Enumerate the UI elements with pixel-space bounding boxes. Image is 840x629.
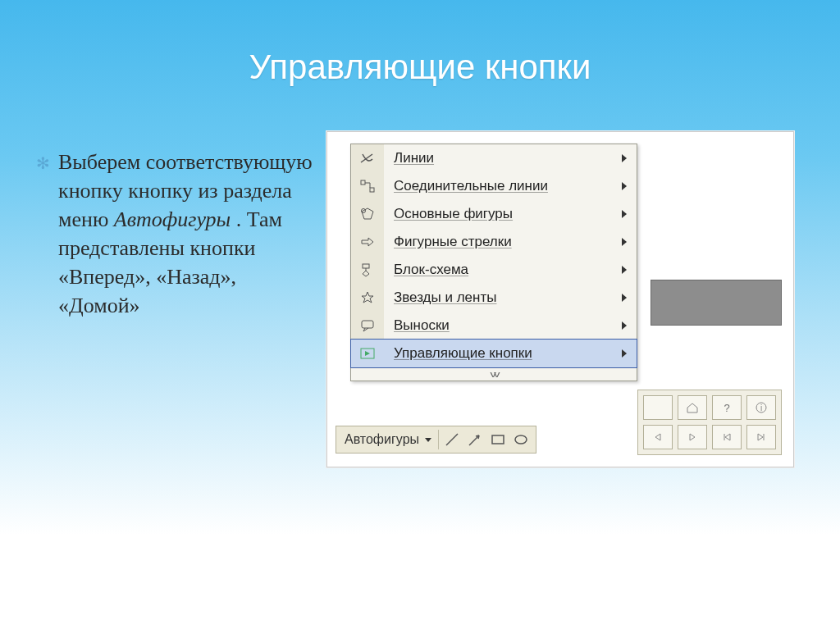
- action-button-blank[interactable]: [643, 395, 673, 420]
- menu-label: Соединительные линии: [384, 178, 622, 194]
- menu-label: Звезды и ленты: [384, 289, 622, 306]
- connectors-icon: [358, 177, 377, 195]
- chevron-right-icon: [622, 294, 627, 302]
- svg-rect-4: [362, 321, 373, 328]
- caret-down-icon: [425, 438, 431, 442]
- chevron-down-icon: vv: [491, 370, 498, 379]
- menu-item-block-arrows[interactable]: Фигурные стрелки: [351, 228, 637, 256]
- body-text: ✻ Выберем соответствующую кнопку кнопку …: [0, 131, 324, 321]
- menu-item-basic-shapes[interactable]: Основные фигуры: [351, 200, 637, 228]
- autoshapes-label: Автофигуры: [345, 432, 419, 447]
- slide-thumbnail: [651, 280, 782, 326]
- flowchart-icon: [358, 261, 377, 279]
- stars-icon: [358, 289, 377, 307]
- arrow-tool-icon[interactable]: [463, 429, 486, 450]
- action-button-home[interactable]: [678, 395, 707, 420]
- chevron-right-icon: [622, 321, 627, 330]
- menu-item-callouts[interactable]: Выноски: [351, 312, 637, 340]
- oval-tool-icon[interactable]: [509, 429, 532, 450]
- action-buttons-palette: ? i: [637, 390, 782, 455]
- action-button-forward[interactable]: [678, 425, 707, 449]
- svg-rect-6: [492, 435, 504, 444]
- chevron-right-icon: [622, 154, 627, 162]
- menu-item-action-buttons[interactable]: Управляющие кнопки: [350, 339, 637, 368]
- action-button-start[interactable]: [712, 425, 742, 449]
- slide: Управляющие кнопки ✻ Выберем соответству…: [0, 0, 840, 629]
- separator: [438, 430, 439, 449]
- slide-title: Управляющие кнопки: [0, 0, 840, 87]
- chevron-right-icon: [622, 182, 627, 190]
- callouts-icon: [358, 317, 377, 335]
- action-button-info[interactable]: i: [746, 395, 776, 420]
- menu-item-connectors[interactable]: Соединительные линии: [351, 172, 637, 200]
- action-button-help[interactable]: ?: [712, 395, 742, 420]
- menu-label: Линии: [384, 150, 622, 166]
- chevron-right-icon: [622, 266, 627, 274]
- bullet-icon: ✻: [36, 153, 50, 175]
- autoshapes-dropdown[interactable]: Автофигуры: [340, 431, 436, 449]
- menu-expand[interactable]: vv: [351, 367, 637, 381]
- menu-label: Блок-схема: [384, 262, 622, 278]
- menu-label: Выноски: [384, 317, 622, 334]
- menu-item-stars[interactable]: Звезды и ленты: [351, 284, 637, 312]
- menu-label: Основные фигуры: [384, 206, 622, 222]
- svg-rect-0: [361, 180, 365, 185]
- svg-rect-1: [370, 188, 374, 192]
- svg-point-7: [515, 435, 527, 444]
- body-paragraph: Выберем соответствующую кнопку кнопку из…: [58, 148, 316, 321]
- lines-icon: [358, 149, 377, 167]
- chevron-right-icon: [622, 349, 627, 358]
- rectangle-tool-icon[interactable]: [486, 429, 509, 450]
- action-button-end[interactable]: [746, 425, 776, 449]
- svg-rect-3: [363, 264, 369, 268]
- action-buttons-icon: [358, 344, 377, 362]
- block-arrows-icon: [358, 233, 377, 251]
- chevron-right-icon: [622, 210, 627, 218]
- basic-shapes-icon: [358, 205, 377, 223]
- svg-text:i: i: [760, 403, 762, 412]
- drawing-toolbar: Автофигуры: [336, 426, 536, 454]
- action-button-back[interactable]: [643, 425, 673, 449]
- line-tool-icon[interactable]: [441, 429, 463, 450]
- embedded-screenshot: Линии Соединительные линии Основные фигу…: [326, 131, 794, 467]
- menu-item-flowchart[interactable]: Блок-схема: [351, 256, 637, 284]
- menu-label: Управляющие кнопки: [384, 345, 622, 362]
- autoshapes-menu: Линии Соединительные линии Основные фигу…: [350, 144, 637, 381]
- chevron-right-icon: [622, 238, 627, 246]
- body-italic: Автофигуры: [114, 207, 231, 231]
- menu-item-lines[interactable]: Линии: [351, 144, 637, 172]
- menu-label: Фигурные стрелки: [384, 234, 622, 250]
